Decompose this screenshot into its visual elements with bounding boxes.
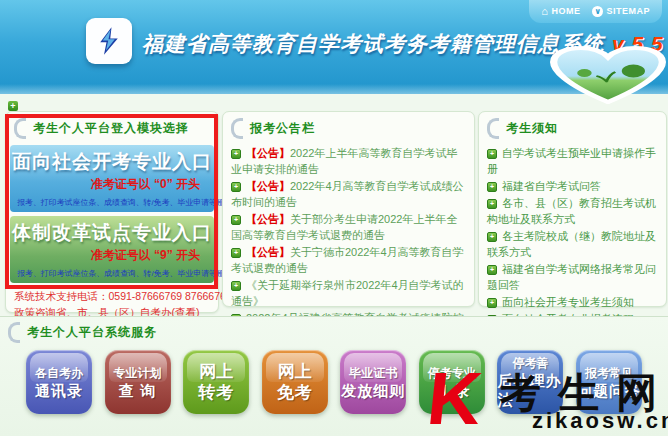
notice-title: 考生须知 — [506, 120, 558, 137]
bullet-plus-icon — [231, 248, 241, 258]
bullet-plus-icon — [487, 182, 497, 192]
bullet-plus-icon — [231, 149, 241, 159]
button-label: 各自考办 — [35, 365, 83, 381]
notice-text: 各主考院校成（继）教院地址及联系方式 — [487, 230, 656, 258]
suspension-handling-button[interactable]: 停考善后处理办法 — [497, 350, 563, 414]
bullet-plus-icon — [487, 199, 497, 209]
announcement-item[interactable]: 【公告】关于宁德市2022年4月高等教育自学考试退费的通告 — [231, 244, 468, 276]
paperclip-icon — [231, 118, 243, 139]
social-exam-entry-title: 面向社会开考专业入口 — [10, 149, 214, 175]
button-label: 查 询 — [119, 381, 156, 400]
announcement-panel: 报考公告栏 【公告】2022年上半年高等教育自学考试毕业申请安排的通告 【公告】… — [222, 111, 475, 307]
heart-graphic — [550, 46, 666, 104]
announcement-item[interactable]: 【公告】2022年上半年高等教育自学考试毕业申请安排的通告 — [231, 145, 468, 177]
reform-pilot-entry-services: 报考、打印考试座位条、成绩查询、转/免考、毕业申请等服务 — [17, 268, 207, 279]
social-exam-entry-hint: 准考证号以 “0” 开头 — [10, 176, 214, 193]
page: ⌂HOME ∨SITEMAP 福建省高等教育自学考试考务考籍管理信息系统v 5.… — [0, 0, 668, 436]
notice-text: 各市、县（区）教育招生考试机构地址及联系方式 — [487, 197, 656, 225]
button-label: 专业计划 — [114, 365, 162, 381]
button-label: 毕业证书 — [349, 365, 397, 381]
notice-text: 福建省自学考试问答 — [502, 180, 601, 192]
notice-item[interactable]: 面向社会开考专业考生须知 — [487, 294, 660, 310]
home-link[interactable]: ⌂HOME — [541, 6, 580, 17]
social-exam-entry-services: 报考、打印考试座位条、成绩查询、转/免考、毕业申请等服务 — [17, 197, 207, 208]
notice-item[interactable]: 各市、县（区）教育招生考试机构地址及联系方式 — [487, 195, 660, 227]
bullet-plus-icon — [231, 182, 241, 192]
announcement-text: 《关于延期举行泉州市2022年4月自学考试的通告》 — [231, 279, 464, 307]
reform-pilot-entry-title: 体制改革试点专业入口 — [10, 220, 214, 246]
header-banner: ⌂HOME ∨SITEMAP 福建省高等教育自学考试考务考籍管理信息系统v 5.… — [0, 0, 668, 94]
announcement-item[interactable]: 《关于延期举行泉州市2022年4月自学考试的通告》 — [231, 277, 468, 309]
paperclip-icon — [487, 118, 499, 139]
notice-header: 考生须知 — [479, 112, 666, 143]
button-label: 转考 — [198, 382, 234, 403]
notice-item[interactable]: 自学考试考生预毕业申请操作手册 — [487, 145, 660, 177]
announcement-tag: 【公告】 — [246, 147, 290, 159]
button-label: 通讯录 — [35, 381, 83, 400]
announcement-item[interactable]: 【公告】2022年4月高等教育自学考试成绩公布时间的通告 — [231, 178, 468, 210]
bullet-plus-icon — [487, 298, 497, 308]
faq-button[interactable]: 报考常见问题问答 — [576, 350, 642, 414]
notice-text: 福建省自学考试网络报考常见问题回答 — [487, 263, 656, 291]
button-label: 发放细则 — [341, 381, 405, 400]
button-label: 网上 — [278, 361, 312, 382]
announcement-tag: 【公告】 — [246, 246, 290, 258]
suspended-majors-button[interactable]: 停考专业目 录 — [419, 350, 485, 414]
paperclip-icon — [14, 118, 26, 139]
bullet-plus-icon — [487, 265, 497, 275]
online-exemption-button[interactable]: 网上免考 — [262, 350, 328, 414]
logo-bolt-icon — [94, 26, 124, 56]
heart-nature-icon — [550, 46, 666, 104]
notice-panel: 考生须知 自学考试考生预毕业申请操作手册 福建省自学考试问答 各市、县（区）教育… — [478, 111, 667, 307]
announcement-tag: 【公告】 — [246, 180, 290, 192]
service-buttons-row: 各自考办通讯录 专业计划查 询 网上转考 网上免考 毕业证书发放细则 停考专业目… — [0, 350, 668, 414]
site-title-text: 福建省高等教育自学考试考务考籍管理信息系统 — [142, 32, 604, 55]
notice-item[interactable]: 福建省自学考试问答 — [487, 178, 660, 194]
button-label: 停考专业 — [428, 365, 476, 381]
bullet-plus-icon — [231, 215, 241, 225]
sitemap-link[interactable]: ∨SITEMAP — [592, 6, 650, 17]
reform-pilot-entry-hint: 准考证号以 “9” 开头 — [10, 247, 214, 264]
login-module-header: 考生个人平台登入模块选择 — [6, 112, 218, 143]
site-logo — [86, 18, 132, 64]
top-nav: ⌂HOME ∨SITEMAP — [529, 0, 662, 23]
expand-plus-icon[interactable]: + — [8, 101, 18, 111]
bullet-plus-icon — [487, 232, 497, 242]
services-header: 考生个人平台系统服务 — [0, 317, 668, 343]
login-module-panel: 考生个人平台登入模块选择 面向社会开考专业入口 准考证号以 “0” 开头 报考、… — [5, 111, 219, 313]
paperclip-icon — [8, 322, 20, 343]
button-label: 停考善 — [512, 355, 548, 371]
announcement-tag: 【公告】 — [246, 213, 290, 225]
notice-item[interactable]: 各主考院校成（继）教院地址及联系方式 — [487, 228, 660, 260]
button-label: 后处理办法 — [497, 371, 563, 409]
services-title: 考生个人平台系统服务 — [27, 324, 157, 341]
social-exam-entry-banner[interactable]: 面向社会开考专业入口 准考证号以 “0” 开头 报考、打印考试座位条、成绩查询、… — [10, 145, 214, 212]
announcement-header: 报考公告栏 — [223, 112, 474, 143]
support-phone-text: 系统技术支持电话：0591-87666769 87666763 — [6, 287, 218, 304]
sitemap-label: SITEMAP — [606, 6, 650, 16]
button-label: 网上 — [199, 361, 233, 382]
button-label: 目 录 — [433, 381, 470, 400]
major-plan-query-button[interactable]: 专业计划查 询 — [105, 350, 171, 414]
home-label: HOME — [551, 6, 580, 16]
button-label: 问题问答 — [577, 381, 641, 400]
bullet-plus-icon — [231, 281, 241, 291]
sitemap-icon: ∨ — [592, 6, 603, 17]
contacts-directory-button[interactable]: 各自考办通讯录 — [26, 350, 92, 414]
notice-text: 面向社会开考专业考生须知 — [502, 296, 634, 308]
online-transfer-button[interactable]: 网上转考 — [183, 350, 249, 414]
announcement-title: 报考公告栏 — [250, 120, 315, 137]
notice-item[interactable]: 福建省自学考试网络报考常见问题回答 — [487, 261, 660, 293]
bullet-plus-icon — [487, 149, 497, 159]
notice-text: 自学考试考生预毕业申请操作手册 — [487, 147, 656, 175]
announcement-item[interactable]: 【公告】关于部分考生申请2022年上半年全国高等教育自学考试退费的通告 — [231, 211, 468, 243]
login-module-title: 考生个人平台登入模块选择 — [33, 120, 189, 137]
button-label: 免考 — [277, 382, 313, 403]
reform-pilot-entry-banner[interactable]: 体制改革试点专业入口 准考证号以 “9” 开头 报考、打印考试座位条、成绩查询、… — [10, 216, 214, 283]
button-label: 报考常见 — [585, 365, 633, 381]
home-icon: ⌂ — [541, 6, 548, 17]
diploma-rules-button[interactable]: 毕业证书发放细则 — [340, 350, 406, 414]
